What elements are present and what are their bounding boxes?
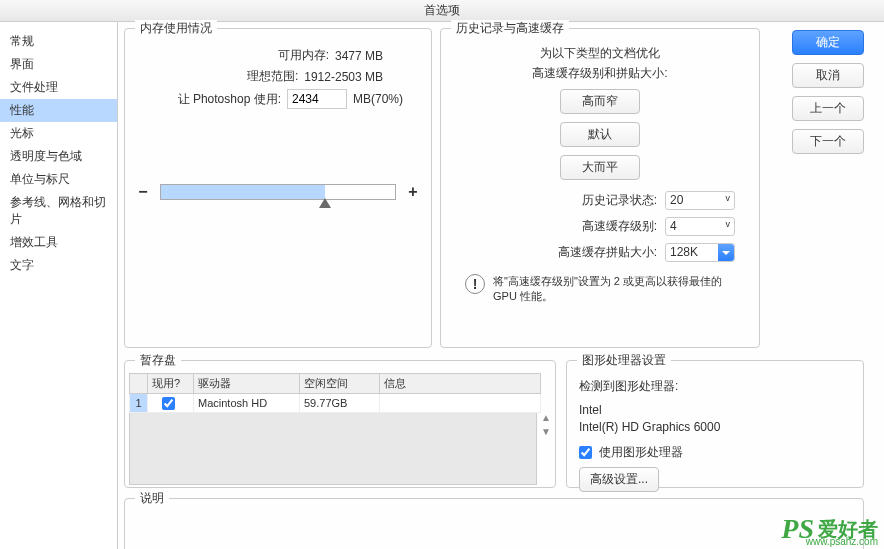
slider-thumb-icon[interactable] xyxy=(319,198,331,208)
sidebar-item-transparency[interactable]: 透明度与色域 xyxy=(0,145,117,168)
scratch-info xyxy=(380,394,541,413)
memory-increase-button[interactable]: + xyxy=(406,183,420,201)
table-row: 1 Macintosh HD 59.77GB xyxy=(130,394,541,413)
memory-suffix: MB(70%) xyxy=(353,92,403,106)
history-states-select[interactable]: 20v xyxy=(665,191,735,210)
cache-tile-select[interactable]: 128K xyxy=(665,243,735,262)
memory-title: 内存使用情况 xyxy=(135,20,217,37)
memory-input[interactable] xyxy=(287,89,347,109)
desc-title: 说明 xyxy=(135,490,169,507)
sidebar-item-plugins[interactable]: 增效工具 xyxy=(0,231,117,254)
gpu-model: Intel(R) HD Graphics 6000 xyxy=(579,420,851,434)
warning-icon: ! xyxy=(465,274,485,294)
sidebar-item-guides[interactable]: 参考线、网格和切片 xyxy=(0,191,117,231)
cache-levels-select[interactable]: 4v xyxy=(665,217,735,236)
sidebar-item-type[interactable]: 文字 xyxy=(0,254,117,277)
scratch-active-checkbox[interactable] xyxy=(162,397,175,410)
sidebar-item-general[interactable]: 常规 xyxy=(0,30,117,53)
scratch-title: 暂存盘 xyxy=(135,352,181,369)
sidebar-item-performance[interactable]: 性能 xyxy=(0,99,117,122)
sidebar-item-filehandling[interactable]: 文件处理 xyxy=(0,76,117,99)
sidebar-item-interface[interactable]: 界面 xyxy=(0,53,117,76)
preferences-sidebar: 常规 界面 文件处理 性能 光标 透明度与色域 单位与标尺 参考线、网格和切片 … xyxy=(0,22,118,549)
history-title: 历史记录与高速缓存 xyxy=(451,20,569,37)
memory-slider[interactable] xyxy=(160,184,396,200)
memory-group: 内存使用情况 可用内存: 3477 MB 理想范围: 1912-2503 MB … xyxy=(124,28,432,348)
memory-decrease-button[interactable]: − xyxy=(136,183,150,201)
col-free[interactable]: 空闲空间 xyxy=(300,374,380,394)
move-down-button[interactable]: ▼ xyxy=(540,424,552,438)
use-gpu-label: 使用图形处理器 xyxy=(599,445,683,459)
history-cache-group: 历史记录与高速缓存 为以下类型的文档优化 高速缓存级别和拼贴大小: 高而窄 默认… xyxy=(440,28,760,348)
sidebar-item-units[interactable]: 单位与标尺 xyxy=(0,168,117,191)
scratch-disks-group: 暂存盘 现用? 驱动器 空闲空间 信息 1 Macintosh HD 59.77… xyxy=(124,360,556,488)
ideal-range-label: 理想范围: xyxy=(247,68,298,85)
available-ram-value: 3477 MB xyxy=(335,49,383,63)
scratch-table: 现用? 驱动器 空闲空间 信息 1 Macintosh HD 59.77GB xyxy=(129,373,541,413)
history-states-label: 历史记录状态: xyxy=(582,192,657,209)
gpu-title: 图形处理器设置 xyxy=(577,352,671,369)
gpu-detected-label: 检测到图形处理器: xyxy=(579,378,851,395)
scratch-drive: Macintosh HD xyxy=(194,394,300,413)
gpu-vendor: Intel xyxy=(579,403,851,417)
gpu-advanced-button[interactable]: 高级设置... xyxy=(579,467,659,492)
move-up-button[interactable]: ▲ xyxy=(540,410,552,424)
sidebar-item-cursors[interactable]: 光标 xyxy=(0,122,117,145)
history-optimize-for: 为以下类型的文档优化 xyxy=(451,45,749,62)
gpu-settings-group: 图形处理器设置 检测到图形处理器: Intel Intel(R) HD Grap… xyxy=(566,360,864,488)
ok-button[interactable]: 确定 xyxy=(792,30,864,55)
use-gpu-checkbox[interactable] xyxy=(579,446,592,459)
cancel-button[interactable]: 取消 xyxy=(792,63,864,88)
cache-note: 将"高速缓存级别"设置为 2 或更高以获得最佳的 GPU 性能。 xyxy=(493,274,735,305)
row-number: 1 xyxy=(130,394,148,413)
col-info[interactable]: 信息 xyxy=(380,374,541,394)
col-drive[interactable]: 驱动器 xyxy=(194,374,300,394)
cache-levels-label: 高速缓存级别: xyxy=(582,218,657,235)
available-ram-label: 可用内存: xyxy=(278,47,329,64)
scratch-free: 59.77GB xyxy=(300,394,380,413)
scratch-empty-area xyxy=(129,413,537,485)
let-ps-use-label: 让 Photoshop 使用: xyxy=(178,91,281,108)
preset-default-button[interactable]: 默认 xyxy=(560,122,640,147)
description-group: 说明 xyxy=(124,498,864,549)
ideal-range-value: 1912-2503 MB xyxy=(304,70,383,84)
preset-tall-button[interactable]: 高而窄 xyxy=(560,89,640,114)
preset-big-button[interactable]: 大而平 xyxy=(560,155,640,180)
history-cache-size: 高速缓存级别和拼贴大小: xyxy=(451,65,749,82)
cache-tile-label: 高速缓存拼贴大小: xyxy=(558,244,657,261)
next-button[interactable]: 下一个 xyxy=(792,129,864,154)
watermark: PS 爱好者 www.psahz.com xyxy=(781,513,878,545)
col-active[interactable]: 现用? xyxy=(148,374,194,394)
col-num xyxy=(130,374,148,394)
prev-button[interactable]: 上一个 xyxy=(792,96,864,121)
window-title: 首选项 xyxy=(0,0,884,22)
